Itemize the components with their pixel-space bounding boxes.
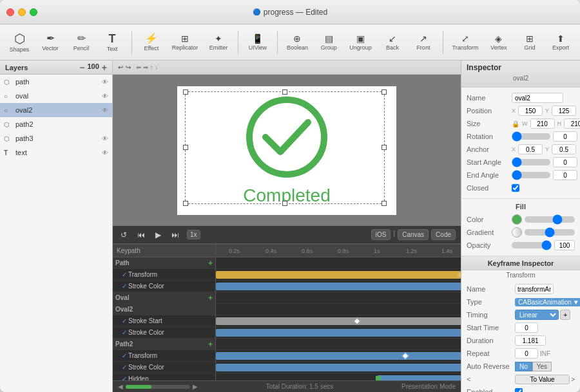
kf-start-time-input[interactable] <box>515 322 538 333</box>
size-h-input[interactable] <box>564 118 580 129</box>
handle-tr[interactable] <box>382 89 387 95</box>
layer-item-oval[interactable]: ○ oval 👁 <box>0 89 112 103</box>
end-angle-input[interactable] <box>553 170 577 180</box>
layer-item-path3[interactable]: ⬡ path3 👁 <box>0 131 112 145</box>
back-tool[interactable]: ↙ Back <box>378 32 407 53</box>
layers-minus-btn[interactable]: − <box>79 62 84 73</box>
ungroup-tool[interactable]: ▣ Ungroup <box>345 32 376 53</box>
tl-row-transform[interactable]: ✓ Transform <box>113 269 215 281</box>
kf-duration-input[interactable] <box>515 335 546 346</box>
layer-eye-oval[interactable]: 👁 <box>102 93 108 100</box>
shapes-tool[interactable]: ⬡ Shapes <box>5 30 34 55</box>
toolbar-undo-icon[interactable]: ↩ <box>118 64 123 71</box>
layer-item-oval2[interactable]: ○ oval2 👁 <box>0 103 112 117</box>
handle-ml[interactable] <box>183 145 188 150</box>
front-tool[interactable]: ↗ Front <box>409 32 438 53</box>
tl-add-oval[interactable]: + <box>208 294 213 303</box>
tl-row-path[interactable]: Path + <box>113 257 215 269</box>
timeline-play-btn[interactable]: ▶ <box>153 229 164 241</box>
size-w-input[interactable] <box>530 118 555 129</box>
start-angle-slider[interactable] <box>512 159 550 165</box>
handle-br[interactable] <box>382 201 387 206</box>
track-bar-stroke-2[interactable] <box>216 329 461 337</box>
anchor-x-input[interactable] <box>518 144 543 154</box>
auto-reverse-yes[interactable]: Yes <box>532 362 552 371</box>
tl-row-stroke-color-2[interactable]: ✓ Stroke Color <box>113 327 215 339</box>
export-tool[interactable]: ⬆ Export <box>546 32 575 53</box>
maximize-button[interactable] <box>30 8 37 16</box>
timeline-scroll-right[interactable]: ▶ <box>193 383 198 390</box>
color-swatch[interactable] <box>512 214 522 225</box>
tl-row-path2[interactable]: Path2 + <box>113 339 215 350</box>
inspector-name-input[interactable] <box>512 93 563 103</box>
replicator-tool[interactable]: ⊞ Replicator <box>168 32 202 53</box>
close-button[interactable] <box>6 8 14 16</box>
layer-item-text[interactable]: T text 👁 <box>0 145 112 160</box>
handle-mr[interactable] <box>382 145 387 150</box>
uiview-tool[interactable]: 📱 UIView <box>244 32 272 53</box>
track-bar-hidden-1[interactable] <box>377 375 461 380</box>
kf-repeat-input[interactable] <box>515 348 538 359</box>
size-lock-icon[interactable]: 🔒 <box>512 120 519 127</box>
kf-to-value-btn[interactable]: To Value <box>515 375 570 384</box>
track-bar-stroke-start[interactable] <box>216 317 461 325</box>
tl-add-path2[interactable]: + <box>208 340 213 349</box>
transform-tool[interactable]: ⤢ Transform <box>449 32 482 53</box>
end-angle-slider[interactable] <box>512 172 550 178</box>
layer-item-path2[interactable]: ⬡ path2 <box>0 117 112 131</box>
pencil-tool[interactable]: ✏ Pencil <box>67 31 95 54</box>
boolean-tool[interactable]: ⊕ Boolean <box>283 32 312 53</box>
tl-row-oval[interactable]: Oval + <box>113 292 215 304</box>
kf-enabled-checkbox[interactable] <box>515 388 523 392</box>
layer-eye-oval2[interactable]: 👁 <box>102 107 108 114</box>
tl-row-stroke-start[interactable]: ✓ Stroke Start <box>113 315 215 327</box>
tl-row-stroke-color-1[interactable]: ✓ Stroke Color <box>113 281 215 292</box>
kf-type-value[interactable]: CABasicAnimation ▼ <box>515 298 580 306</box>
handle-tl[interactable] <box>183 89 188 95</box>
track-bar-stroke-1[interactable] <box>216 283 461 290</box>
rotation-input[interactable] <box>553 131 577 142</box>
tl-row-transform-2[interactable]: ✓ Transform <box>113 350 215 362</box>
kf-name-input[interactable] <box>515 284 554 294</box>
kf-nav-right[interactable]: > <box>571 376 575 383</box>
vector-tool[interactable]: ✒ Vector <box>36 31 64 54</box>
auto-reverse-no[interactable]: No <box>515 362 532 371</box>
grid-tool[interactable]: ⊞ Grid <box>516 32 544 53</box>
tl-add-path[interactable]: + <box>208 259 213 268</box>
text-tool[interactable]: T Text <box>98 30 126 55</box>
canvas-view-btn[interactable]: Canvas <box>398 229 429 240</box>
position-x-input[interactable] <box>518 106 543 116</box>
timeline-scrollbar[interactable] <box>126 385 190 389</box>
layer-eye-path3[interactable]: 👁 <box>102 135 108 142</box>
toolbar-redo-icon[interactable]: ↪ <box>126 64 131 71</box>
track-bar-transform-2[interactable] <box>216 352 461 360</box>
timeline-scroll-left[interactable]: ◀ <box>118 383 123 390</box>
opacity-input[interactable] <box>554 240 575 250</box>
emitter-tool[interactable]: ✦ Emitter <box>204 32 233 53</box>
code-view-btn[interactable]: Code <box>431 229 456 240</box>
canvas-view[interactable]: Completed <box>113 75 461 226</box>
rotation-slider[interactable] <box>512 133 550 140</box>
handle-bl[interactable] <box>183 201 188 206</box>
kf-timing-add[interactable]: + <box>560 310 570 320</box>
group-tool[interactable]: ▤ Group <box>314 32 343 53</box>
anchor-y-input[interactable] <box>552 144 576 154</box>
handle-tm[interactable] <box>282 89 287 95</box>
layer-eye-path[interactable]: 👁 <box>102 79 108 86</box>
timeline-next-btn[interactable]: ⏭ <box>169 229 182 241</box>
layer-item-path[interactable]: ⬡ path 👁 <box>0 75 112 89</box>
opacity-slider[interactable] <box>512 242 552 248</box>
gradient-swatch[interactable] <box>512 227 522 238</box>
tl-row-hidden[interactable]: ✓ Hidden <box>113 373 215 380</box>
effect-tool[interactable]: ⚡ Effect <box>137 31 166 54</box>
layers-plus-btn[interactable]: + <box>102 62 107 73</box>
timeline-prev-btn[interactable]: ⏮ <box>135 229 148 241</box>
tl-row-oval2[interactable]: Oval2 <box>113 304 215 315</box>
track-bar-stroke-3[interactable] <box>216 364 461 371</box>
layer-eye-text[interactable]: 👁 <box>102 149 108 156</box>
color-slider[interactable] <box>525 216 575 223</box>
minimize-button[interactable] <box>18 8 26 16</box>
gradient-slider[interactable] <box>525 229 575 236</box>
track-bar-transform-1[interactable] <box>216 271 461 279</box>
kf-timing-select[interactable]: Linear Ease In Ease Out <box>515 310 559 320</box>
